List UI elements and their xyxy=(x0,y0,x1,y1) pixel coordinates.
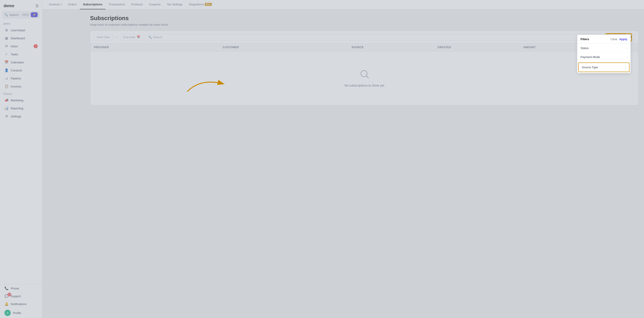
notifications-icon: 🔔 xyxy=(4,302,8,306)
sidebar-item-label: Inbox xyxy=(11,45,18,48)
page-title: Subscriptions xyxy=(90,15,639,22)
sidebar-item-label: Dashboard xyxy=(11,37,25,40)
sidebar-bottom: 📞 Phone 💬 Support 12 🔔 Notifications G P… xyxy=(0,284,42,318)
start-date-label: Start Date xyxy=(97,36,110,39)
pipeline-icon: ⊿ xyxy=(4,76,8,80)
chevron-right-icon: › xyxy=(625,66,626,69)
filter-panel-title: Filters xyxy=(580,38,589,41)
nav-item-subscriptions[interactable]: Subscriptions xyxy=(80,0,106,9)
sidebar: demo ☰ 🔍 Search ctrl K ⚡ Apps ⊞ Launchpa… xyxy=(0,0,42,318)
marketing-icon: 📣 xyxy=(4,98,8,102)
nav-item-integrations[interactable]: Integrations New xyxy=(186,0,215,9)
filter-clear-button[interactable]: Clear xyxy=(610,38,618,41)
inbox-icon: ✉ xyxy=(4,44,8,48)
nav-item-tax-settings[interactable]: Tax Settings xyxy=(164,0,186,9)
filter-actions: Clear Apply xyxy=(610,38,627,41)
sidebar-item-label: Phone xyxy=(11,287,19,290)
empty-message: No subscriptions to show yet xyxy=(344,84,384,87)
search-label: Search xyxy=(9,13,20,17)
nav-label: Subscriptions xyxy=(83,3,102,6)
filter-item-payment-mode[interactable]: Payment Mode › xyxy=(577,53,630,62)
nav-label: Tax Settings xyxy=(167,3,182,6)
sidebar-item-pipeline[interactable]: ⊿ Pipeline xyxy=(1,75,41,82)
search-placeholder: Search xyxy=(153,36,162,39)
toolbar-row: Start Date → End Date 📅 🔍 Search ≡ Filte… xyxy=(90,31,638,44)
logo-text: demo xyxy=(4,4,14,8)
search-icon: 🔍 xyxy=(148,36,152,39)
sidebar-item-launchpad[interactable]: ⊞ Launchpad xyxy=(1,26,41,34)
nav-item-orders[interactable]: Orders xyxy=(65,0,80,9)
sidebar-item-label: Profile xyxy=(13,311,21,315)
filter-item-label: Status xyxy=(580,47,589,50)
sidebar-item-tasks[interactable]: ✓ Tasks xyxy=(1,51,41,58)
chevron-right-icon: › xyxy=(626,56,627,59)
chevron-right-icon: › xyxy=(626,47,627,50)
filter-panel: Filters Clear Apply Status › Payment Mod… xyxy=(577,35,631,73)
nav-item-invoices[interactable]: Invoices ▾ xyxy=(46,0,65,9)
sidebar-item-label: Notifications xyxy=(11,302,26,306)
end-date-input[interactable]: End Date 📅 xyxy=(120,34,143,40)
nav-label: Coupons xyxy=(149,3,160,6)
menu-icon[interactable]: ☰ xyxy=(36,4,38,8)
search-icon: 🔍 xyxy=(4,13,8,17)
sidebar-item-label: Settings xyxy=(11,115,21,118)
filter-item-source-type[interactable]: Source Type › xyxy=(578,63,630,72)
reporting-icon: 📊 xyxy=(4,106,8,110)
sidebar-item-label: Reporting xyxy=(11,107,23,110)
section-label-apps: Apps xyxy=(0,20,42,26)
calendar-icon: 📅 xyxy=(137,36,140,39)
sidebar-item-profile[interactable]: G Profile xyxy=(1,308,41,318)
nav-label: Orders xyxy=(68,3,77,6)
tasks-icon: ✓ xyxy=(4,52,8,56)
search-button[interactable]: 🔍 Search ctrl K ⚡ xyxy=(2,11,40,19)
sidebar-item-dashboard[interactable]: ▦ Dashboard xyxy=(1,34,41,42)
avatar: G xyxy=(4,310,11,316)
contacts-icon: 👤 xyxy=(4,68,8,72)
top-nav: Invoices ▾ Orders Subscriptions Transact… xyxy=(42,0,644,9)
col-source: Source xyxy=(352,46,437,49)
start-date-input[interactable]: Start Date xyxy=(94,34,113,40)
sidebar-item-contacts[interactable]: 👤 Contacts xyxy=(1,67,41,74)
sidebar-item-label: Contacts xyxy=(11,69,22,72)
nav-item-coupons[interactable]: Coupons xyxy=(146,0,164,9)
nav-item-products[interactable]: Products xyxy=(128,0,146,9)
nav-label: Invoices xyxy=(49,3,60,6)
filter-apply-button[interactable]: Apply xyxy=(619,38,627,41)
sidebar-item-notifications[interactable]: 🔔 Notifications xyxy=(1,300,41,308)
col-provider: Provider xyxy=(94,46,223,49)
dashboard-icon: ▦ xyxy=(4,36,8,40)
sidebar-item-phone[interactable]: 📞 Phone xyxy=(1,284,41,292)
nav-label: Integrations xyxy=(189,3,204,6)
filter-panel-header: Filters Clear Apply xyxy=(577,35,630,44)
end-date-label: End Date xyxy=(123,36,135,39)
search-shortcut: ctrl K xyxy=(22,13,30,16)
empty-icon xyxy=(360,69,369,81)
sidebar-item-label: Invoices xyxy=(11,85,22,88)
sidebar-item-support[interactable]: 💬 Support 12 xyxy=(1,292,41,300)
sidebar-logo: demo ☰ xyxy=(0,0,42,10)
sidebar-item-settings[interactable]: ⚙ Settings xyxy=(1,113,41,120)
nav-item-transactions[interactable]: Transactions xyxy=(106,0,128,9)
svg-line-1 xyxy=(366,76,368,78)
sidebar-item-label: Marketing xyxy=(11,99,24,102)
sidebar-item-label: Launchpad xyxy=(11,29,25,32)
search-bar[interactable]: 🔍 Search xyxy=(145,34,605,40)
nav-label: Transactions xyxy=(108,3,125,6)
filters-bar: Start Date → End Date 📅 🔍 Search ≡ Filte… xyxy=(90,31,639,105)
filter-item-status[interactable]: Status › xyxy=(577,44,630,53)
empty-state: No subscriptions to show yet xyxy=(90,51,638,105)
sidebar-item-inbox[interactable]: ✉ Inbox 1 xyxy=(1,42,41,50)
sidebar-item-marketing[interactable]: 📣 Marketing xyxy=(1,96,41,104)
support-badge: 12 xyxy=(8,293,11,296)
dropdown-icon: ▾ xyxy=(61,3,62,6)
bolt-button[interactable]: ⚡ xyxy=(31,12,38,17)
sidebar-item-label: Tasks xyxy=(11,53,18,56)
sidebar-item-label: Pipeline xyxy=(11,77,21,80)
sidebar-item-label: Support xyxy=(11,294,21,298)
settings-icon: ⚙ xyxy=(4,114,8,118)
sidebar-item-invoices[interactable]: 📋 Invoices xyxy=(1,83,41,90)
sidebar-item-calendars[interactable]: 📅 Calendars xyxy=(1,59,41,66)
col-created: Created xyxy=(437,46,523,49)
sidebar-item-reporting[interactable]: 📊 Reporting xyxy=(1,104,41,112)
launchpad-icon: ⊞ xyxy=(4,28,8,32)
